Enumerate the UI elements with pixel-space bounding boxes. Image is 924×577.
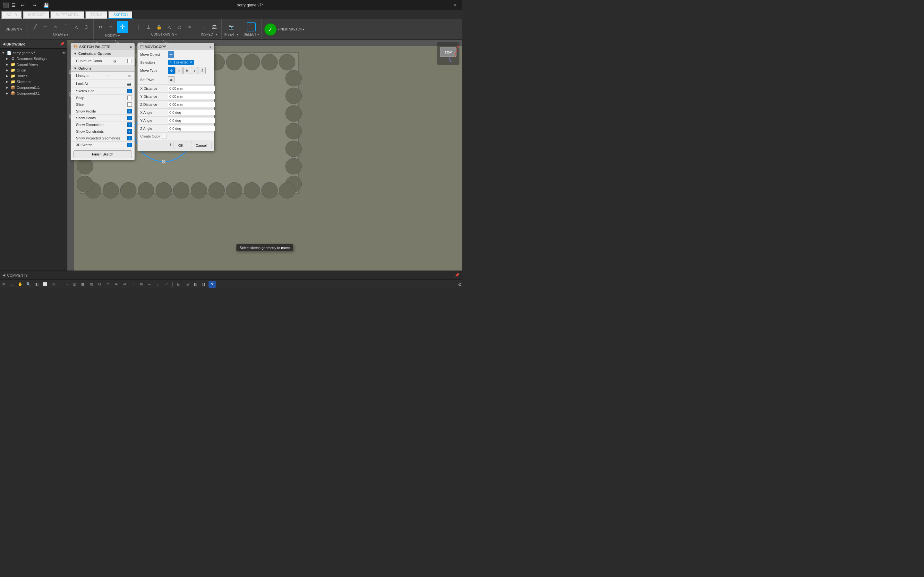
move-tool[interactable]: ✛ xyxy=(117,21,128,33)
eye-icon[interactable]: 👁 xyxy=(62,51,66,55)
bt-view2-btn[interactable]: ⬜ xyxy=(42,281,49,288)
bt-extra1[interactable]: ◱ xyxy=(175,281,182,288)
constraint-5[interactable]: ◎ xyxy=(175,23,184,31)
bt-sketch2[interactable]: ◫ xyxy=(71,281,78,288)
move-object-icon[interactable]: ✛ xyxy=(168,51,174,58)
sketch-grid-checkbox[interactable]: ✓ xyxy=(128,89,132,93)
browser-pin-icon[interactable]: 📌 xyxy=(60,42,65,46)
constraints-label[interactable]: CONSTRAINTS ▾ xyxy=(151,33,176,36)
constraint-2[interactable]: ⊥ xyxy=(144,23,153,31)
tree-item-sketches[interactable]: ▶ 📁 Sketches xyxy=(0,79,67,85)
browser-collapse-icon[interactable]: ◀ xyxy=(3,42,5,46)
undo-btn[interactable]: ↩ xyxy=(18,1,27,10)
info-icon[interactable]: ℹ xyxy=(170,142,171,149)
z-distance-input[interactable] xyxy=(168,102,215,107)
bt-sketch13[interactable]: ⤢ xyxy=(163,281,170,288)
palette-expand-btn[interactable]: » xyxy=(130,45,132,49)
show-constraints-checkbox[interactable]: ✓ xyxy=(128,129,132,134)
set-pivot-btn[interactable]: ⊕ xyxy=(168,76,175,83)
redo-btn[interactable]: ↪ xyxy=(30,1,39,10)
arc-tool[interactable]: ⌒ xyxy=(61,23,70,31)
bt-grid-btn[interactable]: ⊞ xyxy=(50,281,57,288)
linetype-left-icon[interactable]: ‹ xyxy=(105,73,111,79)
bt-sketch10[interactable]: ⊞ xyxy=(137,281,145,288)
polygon-tool[interactable]: ⬡ xyxy=(82,23,91,31)
bt-sketch4[interactable]: ▤ xyxy=(87,281,95,288)
move-type-along-x[interactable]: ↔ xyxy=(176,67,183,74)
line-tool[interactable]: ╱ xyxy=(31,23,39,31)
tree-item-component3[interactable]: ▶ 📦 Component3:1 xyxy=(0,90,67,96)
create-copy-checkbox[interactable] xyxy=(162,134,166,139)
save-icon[interactable]: 💾 xyxy=(41,1,50,10)
bt-sketch7[interactable]: ⊗ xyxy=(113,281,120,288)
move-type-free[interactable]: ✛ xyxy=(168,67,175,74)
bt-hand-btn[interactable]: ✋ xyxy=(17,281,24,288)
bt-sketch8[interactable]: ⊘ xyxy=(121,281,128,288)
move-type-along-y[interactable]: ↕ xyxy=(191,67,198,74)
bt-snap-btn[interactable]: ⊕ xyxy=(0,281,7,288)
trim-tool[interactable]: ✂ xyxy=(96,23,105,31)
constraint-3[interactable]: 🔒 xyxy=(154,23,163,31)
circle-tool[interactable]: ○ xyxy=(51,23,60,31)
tab-surface[interactable]: SURFACE xyxy=(23,11,50,19)
finish-sketch-label[interactable]: FINISH SKETCH ▾ xyxy=(278,27,305,31)
clear-selection-icon[interactable]: ✕ xyxy=(190,61,192,64)
show-profile-checkbox[interactable]: ✓ xyxy=(128,109,132,113)
x-distance-input[interactable] xyxy=(168,85,215,91)
inspect-label[interactable]: INSPECT ▾ xyxy=(201,33,218,36)
tab-solid[interactable]: SOLID xyxy=(1,11,22,19)
select-label[interactable]: SELECT ▾ xyxy=(244,33,259,36)
curvature-comb-checkbox[interactable] xyxy=(128,59,132,63)
hamburger-icon[interactable]: ☰ xyxy=(11,3,16,8)
look-at-icon[interactable]: 📷 xyxy=(126,81,132,87)
z-angle-input[interactable] xyxy=(168,126,215,131)
settings-gear-icon[interactable]: ⚙ xyxy=(458,282,462,287)
dimension-tool[interactable]: ↔ xyxy=(200,23,208,31)
finish-sketch-palette-btn[interactable]: Finish Sketch xyxy=(73,150,132,158)
create-label[interactable]: CREATE ▾ xyxy=(53,33,68,36)
finish-sketch-btn[interactable]: ✓ xyxy=(264,23,276,35)
select-btn[interactable]: ⬚ xyxy=(247,23,256,31)
tab-tools[interactable]: TOOLS xyxy=(86,11,107,19)
y-distance-input[interactable] xyxy=(168,93,215,99)
comments-pin[interactable]: 📌 xyxy=(455,273,459,277)
bt-extra2[interactable]: ◲ xyxy=(184,281,191,288)
move-type-along-path[interactable]: ⤴ xyxy=(199,67,206,74)
close-btn[interactable]: ✕ xyxy=(450,2,459,9)
contextual-options-header[interactable]: ▼ Contextual Options xyxy=(71,50,134,57)
tree-item-docsettings[interactable]: ▶ ⚙ Document Settings xyxy=(0,56,67,61)
bt-sketch3[interactable]: ▦ xyxy=(79,281,86,288)
curvature-comb-icon[interactable]: ◑ xyxy=(111,58,118,64)
3d-sketch-checkbox[interactable]: ✓ xyxy=(128,143,132,147)
bt-extra3[interactable]: ◧ xyxy=(192,281,199,288)
rect-tool[interactable]: ▭ xyxy=(41,23,50,31)
tree-item-namedviews[interactable]: ▶ 📁 Named Views xyxy=(0,61,67,67)
constraint-1[interactable]: ∥ xyxy=(134,23,143,31)
comments-collapse[interactable]: ◀ xyxy=(3,273,5,277)
pen-icon[interactable]: ✎ xyxy=(208,281,216,288)
tree-item-origin[interactable]: ▶ 📁 Origin xyxy=(0,67,67,73)
move-type-rotate[interactable]: ↻ xyxy=(183,67,190,74)
tab-sketch[interactable]: SKETCH xyxy=(108,11,133,19)
linetype-right-icon[interactable]: ▭ xyxy=(126,73,132,79)
canvas-area[interactable]: 150 200 250 300 150 200 250 xyxy=(67,40,462,271)
bt-zoom-btn[interactable]: 🔍 xyxy=(25,281,32,288)
ok-button[interactable]: OK xyxy=(174,142,188,149)
move-copy-expand-btn[interactable]: » xyxy=(210,45,212,49)
modify-label[interactable]: MODIFY ▾ xyxy=(105,34,120,37)
tree-item-bodies[interactable]: ▶ 📁 Bodies xyxy=(0,73,67,79)
show-dimensions-checkbox[interactable]: ✓ xyxy=(128,122,132,127)
show-points-checkbox[interactable]: ✓ xyxy=(128,116,132,120)
insert-image-tool[interactable]: 🖼 xyxy=(210,23,219,31)
show-projected-checkbox[interactable]: ✓ xyxy=(128,136,132,140)
cancel-button[interactable]: Cancel xyxy=(191,142,212,149)
bt-sketch9[interactable]: ✛ xyxy=(129,281,136,288)
offset-tool[interactable]: ⊃ xyxy=(107,23,115,31)
snap-checkbox[interactable] xyxy=(128,95,132,100)
bt-sketch11[interactable]: ↔ xyxy=(146,281,153,288)
x-angle-input[interactable] xyxy=(168,110,215,115)
insert-btn[interactable]: 📷 xyxy=(227,23,236,31)
bt-sketch1[interactable]: ▭ xyxy=(63,281,69,288)
bt-sketch5[interactable]: ⊡ xyxy=(96,281,103,288)
bt-extra4[interactable]: ◨ xyxy=(200,281,207,288)
